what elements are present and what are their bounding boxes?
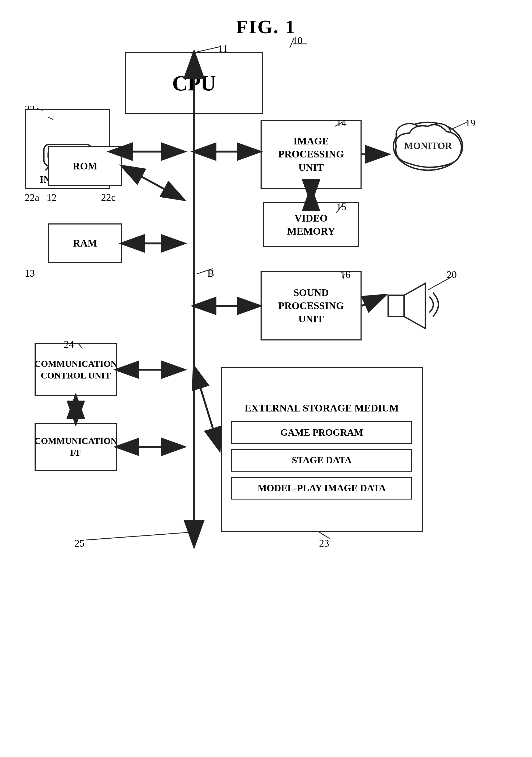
ref-22a: 22a <box>25 192 39 203</box>
speaker-icon <box>386 281 441 334</box>
ipu-box: IMAGE PROCESSING UNIT <box>260 120 362 189</box>
ram-box: RAM <box>48 224 122 263</box>
ref-13: 13 <box>25 267 35 279</box>
cpu-box: CPU <box>125 52 263 114</box>
svg-text:MONITOR: MONITOR <box>404 140 452 151</box>
model-play-box: MODEL-PLAY IMAGE DATA <box>231 477 412 500</box>
svg-line-24 <box>122 166 184 199</box>
ref-B: B <box>207 267 214 279</box>
esm-box: EXTERNAL STORAGE MEDIUM GAME PROGRAM STA… <box>221 367 423 532</box>
ref-23: 23 <box>319 537 329 549</box>
cif-box: COMMUNICATION I/F <box>35 423 117 471</box>
game-program-box: GAME PROGRAM <box>231 421 412 444</box>
esm-title: EXTERNAL STORAGE MEDIUM <box>222 402 422 418</box>
svg-line-44 <box>86 532 194 540</box>
figure-title: FIG. 1 <box>236 16 296 38</box>
svg-line-29 <box>362 295 385 306</box>
monitor-shape: MONITOR <box>388 118 468 174</box>
ref-24: 24 <box>64 338 74 350</box>
ref-14: 14 <box>336 117 346 129</box>
ref-16: 16 <box>340 269 350 280</box>
ref-25: 25 <box>74 537 84 549</box>
stage-data-box: STAGE DATA <box>231 449 412 471</box>
ref-22c: 22c <box>101 192 116 203</box>
ref-10: 10 <box>292 35 303 46</box>
svg-marker-12 <box>404 283 426 328</box>
ref-15: 15 <box>336 201 346 213</box>
svg-rect-11 <box>388 295 404 317</box>
svg-line-30 <box>194 367 219 449</box>
spu-box: SOUND PROCESSING UNIT <box>260 271 362 341</box>
ref-12: 12 <box>46 192 57 203</box>
ccu-box: COMMUNICATION CONTROL UNIT <box>35 343 117 396</box>
ref-20: 20 <box>447 269 457 280</box>
rom-box: ROM <box>48 146 122 186</box>
